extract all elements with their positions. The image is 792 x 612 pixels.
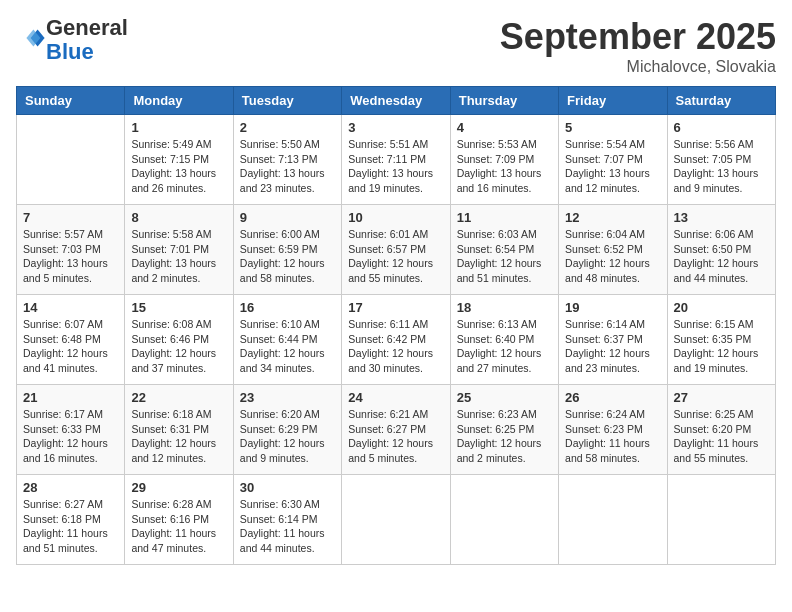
calendar-cell: 18Sunrise: 6:13 AM Sunset: 6:40 PM Dayli… bbox=[450, 295, 558, 385]
cell-content: Sunrise: 6:07 AM Sunset: 6:48 PM Dayligh… bbox=[23, 317, 118, 376]
calendar-cell: 29Sunrise: 6:28 AM Sunset: 6:16 PM Dayli… bbox=[125, 475, 233, 565]
calendar-cell bbox=[559, 475, 667, 565]
week-row-2: 7Sunrise: 5:57 AM Sunset: 7:03 PM Daylig… bbox=[17, 205, 776, 295]
calendar-cell: 3Sunrise: 5:51 AM Sunset: 7:11 PM Daylig… bbox=[342, 115, 450, 205]
weekday-header-monday: Monday bbox=[125, 87, 233, 115]
calendar-cell: 9Sunrise: 6:00 AM Sunset: 6:59 PM Daylig… bbox=[233, 205, 341, 295]
day-number: 19 bbox=[565, 300, 660, 315]
calendar-cell: 2Sunrise: 5:50 AM Sunset: 7:13 PM Daylig… bbox=[233, 115, 341, 205]
calendar-cell bbox=[450, 475, 558, 565]
day-number: 17 bbox=[348, 300, 443, 315]
day-number: 4 bbox=[457, 120, 552, 135]
calendar-cell: 28Sunrise: 6:27 AM Sunset: 6:18 PM Dayli… bbox=[17, 475, 125, 565]
day-number: 28 bbox=[23, 480, 118, 495]
day-number: 29 bbox=[131, 480, 226, 495]
calendar-cell: 8Sunrise: 5:58 AM Sunset: 7:01 PM Daylig… bbox=[125, 205, 233, 295]
calendar-cell: 30Sunrise: 6:30 AM Sunset: 6:14 PM Dayli… bbox=[233, 475, 341, 565]
title-block: September 2025 Michalovce, Slovakia bbox=[500, 16, 776, 76]
cell-content: Sunrise: 6:13 AM Sunset: 6:40 PM Dayligh… bbox=[457, 317, 552, 376]
cell-content: Sunrise: 6:27 AM Sunset: 6:18 PM Dayligh… bbox=[23, 497, 118, 556]
calendar-cell: 11Sunrise: 6:03 AM Sunset: 6:54 PM Dayli… bbox=[450, 205, 558, 295]
calendar-cell: 27Sunrise: 6:25 AM Sunset: 6:20 PM Dayli… bbox=[667, 385, 775, 475]
cell-content: Sunrise: 6:20 AM Sunset: 6:29 PM Dayligh… bbox=[240, 407, 335, 466]
day-number: 24 bbox=[348, 390, 443, 405]
day-number: 20 bbox=[674, 300, 769, 315]
cell-content: Sunrise: 6:03 AM Sunset: 6:54 PM Dayligh… bbox=[457, 227, 552, 286]
day-number: 14 bbox=[23, 300, 118, 315]
weekday-header-tuesday: Tuesday bbox=[233, 87, 341, 115]
cell-content: Sunrise: 6:04 AM Sunset: 6:52 PM Dayligh… bbox=[565, 227, 660, 286]
day-number: 5 bbox=[565, 120, 660, 135]
calendar-cell: 23Sunrise: 6:20 AM Sunset: 6:29 PM Dayli… bbox=[233, 385, 341, 475]
day-number: 2 bbox=[240, 120, 335, 135]
calendar-cell bbox=[17, 115, 125, 205]
cell-content: Sunrise: 5:58 AM Sunset: 7:01 PM Dayligh… bbox=[131, 227, 226, 286]
day-number: 15 bbox=[131, 300, 226, 315]
calendar-cell: 16Sunrise: 6:10 AM Sunset: 6:44 PM Dayli… bbox=[233, 295, 341, 385]
day-number: 16 bbox=[240, 300, 335, 315]
calendar-cell: 12Sunrise: 6:04 AM Sunset: 6:52 PM Dayli… bbox=[559, 205, 667, 295]
logo: General Blue bbox=[16, 16, 128, 64]
cell-content: Sunrise: 6:06 AM Sunset: 6:50 PM Dayligh… bbox=[674, 227, 769, 286]
calendar-cell: 25Sunrise: 6:23 AM Sunset: 6:25 PM Dayli… bbox=[450, 385, 558, 475]
cell-content: Sunrise: 5:53 AM Sunset: 7:09 PM Dayligh… bbox=[457, 137, 552, 196]
cell-content: Sunrise: 6:08 AM Sunset: 6:46 PM Dayligh… bbox=[131, 317, 226, 376]
cell-content: Sunrise: 6:21 AM Sunset: 6:27 PM Dayligh… bbox=[348, 407, 443, 466]
cell-content: Sunrise: 6:18 AM Sunset: 6:31 PM Dayligh… bbox=[131, 407, 226, 466]
calendar-cell: 4Sunrise: 5:53 AM Sunset: 7:09 PM Daylig… bbox=[450, 115, 558, 205]
calendar-cell: 13Sunrise: 6:06 AM Sunset: 6:50 PM Dayli… bbox=[667, 205, 775, 295]
day-number: 26 bbox=[565, 390, 660, 405]
calendar-cell: 20Sunrise: 6:15 AM Sunset: 6:35 PM Dayli… bbox=[667, 295, 775, 385]
calendar-cell: 10Sunrise: 6:01 AM Sunset: 6:57 PM Dayli… bbox=[342, 205, 450, 295]
cell-content: Sunrise: 6:17 AM Sunset: 6:33 PM Dayligh… bbox=[23, 407, 118, 466]
day-number: 7 bbox=[23, 210, 118, 225]
cell-content: Sunrise: 5:51 AM Sunset: 7:11 PM Dayligh… bbox=[348, 137, 443, 196]
cell-content: Sunrise: 5:56 AM Sunset: 7:05 PM Dayligh… bbox=[674, 137, 769, 196]
cell-content: Sunrise: 6:00 AM Sunset: 6:59 PM Dayligh… bbox=[240, 227, 335, 286]
week-row-4: 21Sunrise: 6:17 AM Sunset: 6:33 PM Dayli… bbox=[17, 385, 776, 475]
calendar-header-row: SundayMondayTuesdayWednesdayThursdayFrid… bbox=[17, 87, 776, 115]
calendar-cell bbox=[667, 475, 775, 565]
calendar-cell: 15Sunrise: 6:08 AM Sunset: 6:46 PM Dayli… bbox=[125, 295, 233, 385]
cell-content: Sunrise: 6:24 AM Sunset: 6:23 PM Dayligh… bbox=[565, 407, 660, 466]
cell-content: Sunrise: 6:10 AM Sunset: 6:44 PM Dayligh… bbox=[240, 317, 335, 376]
day-number: 6 bbox=[674, 120, 769, 135]
month-title: September 2025 bbox=[500, 16, 776, 58]
calendar-cell bbox=[342, 475, 450, 565]
week-row-3: 14Sunrise: 6:07 AM Sunset: 6:48 PM Dayli… bbox=[17, 295, 776, 385]
day-number: 13 bbox=[674, 210, 769, 225]
calendar-cell: 17Sunrise: 6:11 AM Sunset: 6:42 PM Dayli… bbox=[342, 295, 450, 385]
day-number: 25 bbox=[457, 390, 552, 405]
day-number: 21 bbox=[23, 390, 118, 405]
day-number: 22 bbox=[131, 390, 226, 405]
calendar-table: SundayMondayTuesdayWednesdayThursdayFrid… bbox=[16, 86, 776, 565]
day-number: 10 bbox=[348, 210, 443, 225]
calendar-cell: 14Sunrise: 6:07 AM Sunset: 6:48 PM Dayli… bbox=[17, 295, 125, 385]
weekday-header-wednesday: Wednesday bbox=[342, 87, 450, 115]
day-number: 8 bbox=[131, 210, 226, 225]
weekday-header-thursday: Thursday bbox=[450, 87, 558, 115]
calendar-cell: 24Sunrise: 6:21 AM Sunset: 6:27 PM Dayli… bbox=[342, 385, 450, 475]
weekday-header-saturday: Saturday bbox=[667, 87, 775, 115]
calendar-cell: 19Sunrise: 6:14 AM Sunset: 6:37 PM Dayli… bbox=[559, 295, 667, 385]
week-row-5: 28Sunrise: 6:27 AM Sunset: 6:18 PM Dayli… bbox=[17, 475, 776, 565]
day-number: 23 bbox=[240, 390, 335, 405]
cell-content: Sunrise: 6:30 AM Sunset: 6:14 PM Dayligh… bbox=[240, 497, 335, 556]
day-number: 1 bbox=[131, 120, 226, 135]
location-text: Michalovce, Slovakia bbox=[500, 58, 776, 76]
day-number: 3 bbox=[348, 120, 443, 135]
calendar-cell: 6Sunrise: 5:56 AM Sunset: 7:05 PM Daylig… bbox=[667, 115, 775, 205]
weekday-header-friday: Friday bbox=[559, 87, 667, 115]
cell-content: Sunrise: 6:14 AM Sunset: 6:37 PM Dayligh… bbox=[565, 317, 660, 376]
logo-blue-text: Blue bbox=[46, 39, 94, 64]
day-number: 30 bbox=[240, 480, 335, 495]
weekday-header-sunday: Sunday bbox=[17, 87, 125, 115]
cell-content: Sunrise: 5:50 AM Sunset: 7:13 PM Dayligh… bbox=[240, 137, 335, 196]
day-number: 11 bbox=[457, 210, 552, 225]
calendar-cell: 1Sunrise: 5:49 AM Sunset: 7:15 PM Daylig… bbox=[125, 115, 233, 205]
calendar-cell: 22Sunrise: 6:18 AM Sunset: 6:31 PM Dayli… bbox=[125, 385, 233, 475]
cell-content: Sunrise: 6:01 AM Sunset: 6:57 PM Dayligh… bbox=[348, 227, 443, 286]
cell-content: Sunrise: 6:25 AM Sunset: 6:20 PM Dayligh… bbox=[674, 407, 769, 466]
cell-content: Sunrise: 6:28 AM Sunset: 6:16 PM Dayligh… bbox=[131, 497, 226, 556]
calendar-cell: 7Sunrise: 5:57 AM Sunset: 7:03 PM Daylig… bbox=[17, 205, 125, 295]
